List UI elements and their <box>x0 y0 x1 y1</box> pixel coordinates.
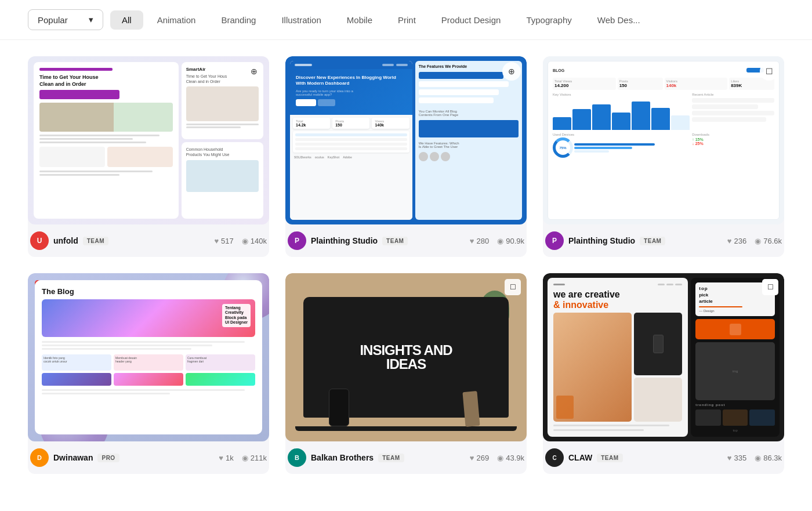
likes-count: 1k <box>226 454 234 462</box>
views-count: 90.9k <box>506 237 524 245</box>
card-claw-footer: C CLAW TEAM ♥ 335 ◉ 86.3k <box>543 441 784 474</box>
likes-stat: ♥ 236 <box>727 237 746 245</box>
author-name: Plainthing Studio <box>311 236 378 245</box>
author-badge: TEAM <box>378 454 404 462</box>
card-unfold-image: Time to Get Your HouseClean and in Order <box>28 56 269 224</box>
card-claw-image: we are creative& innovative <box>543 273 784 441</box>
views-stat: ◉ 76.6k <box>755 237 782 245</box>
tab-branding[interactable]: Branding <box>209 10 267 30</box>
card-plainthing-1-image: Discover New Experiences In Blogging Wor… <box>285 56 527 224</box>
avatar: U <box>30 231 49 250</box>
card-unfold[interactable]: Time to Get Your HouseClean and in Order <box>28 56 269 257</box>
eye-icon: ◉ <box>497 237 503 245</box>
heart-icon: ♥ <box>470 237 474 245</box>
likes-count: 517 <box>221 237 234 245</box>
eye-icon: ◉ <box>497 454 503 462</box>
tab-all[interactable]: All <box>110 10 143 30</box>
likes-count: 335 <box>734 454 746 462</box>
eye-icon: ◉ <box>755 454 761 462</box>
card-stats: ♥ 1k ◉ 211k <box>219 454 267 462</box>
avatar: B <box>288 448 306 467</box>
card-claw[interactable]: we are creative& innovative <box>543 273 784 474</box>
heart-icon: ♥ <box>727 237 732 245</box>
tab-illustration[interactable]: Illustration <box>270 10 332 30</box>
views-count: 76.6k <box>763 237 782 245</box>
author-name: CLAW <box>568 453 592 462</box>
card-plainthing-1-footer: P Plainthing Studio TEAM ♥ 280 ◉ 90.9k <box>285 224 527 257</box>
views-stat: ◉ 86.3k <box>755 454 782 462</box>
avatar: P <box>288 231 306 250</box>
avatar: P <box>545 231 564 250</box>
bookmark-icon[interactable]: ⊕ <box>245 62 263 81</box>
filter-tabs: All Animation Branding Illustration Mobi… <box>110 10 784 30</box>
card-balkan[interactable]: INSIGHTS ANDIDEAS ☐ B Balkan Brothers TE… <box>285 273 527 474</box>
views-stat: ◉ 43.9k <box>497 454 524 462</box>
avatar: C <box>545 448 564 467</box>
bookmark-icon[interactable]: ☐ <box>760 62 778 81</box>
card-unfold-footer: U unfold TEAM ♥ 517 ◉ 140k <box>28 224 269 257</box>
bookmark-icon[interactable]: ☐ <box>762 279 778 295</box>
author-badge: TEAM <box>83 237 108 245</box>
likes-count: 236 <box>734 237 746 245</box>
sort-label: Popular <box>38 15 68 25</box>
likes-stat: ♥ 335 <box>727 454 746 462</box>
views-stat: ◉ 90.9k <box>497 237 524 245</box>
heart-icon: ♥ <box>470 454 474 462</box>
bookmark-icon[interactable]: ☐ <box>505 279 521 295</box>
views-count: 43.9k <box>506 454 524 462</box>
views-stat: ◉ 140k <box>242 237 267 245</box>
tab-product-design[interactable]: Product Design <box>430 10 513 30</box>
top-navigation: Popular ▾ All Animation Branding Illustr… <box>0 0 812 40</box>
card-stats: ♥ 280 ◉ 90.9k <box>470 237 524 245</box>
views-stat: ◉ 211k <box>242 454 267 462</box>
tab-print[interactable]: Print <box>386 10 427 30</box>
tab-mobile[interactable]: Mobile <box>335 10 384 30</box>
card-dwinawan-image: The Blog TentangCreativityBlock padaUI D… <box>28 273 269 441</box>
likes-count: 269 <box>476 454 489 462</box>
author-name: Balkan Brothers <box>311 453 374 462</box>
card-stats: ♥ 335 ◉ 86.3k <box>727 454 782 462</box>
tab-typography[interactable]: Typography <box>514 10 583 30</box>
card-balkan-image: INSIGHTS ANDIDEAS ☐ <box>285 273 527 441</box>
heart-icon: ♥ <box>214 237 219 245</box>
card-dwinawan[interactable]: The Blog TentangCreativityBlock padaUI D… <box>28 273 269 474</box>
card-plainthing-2[interactable]: BLOG Total Views 14.200 Posts 150 <box>543 56 784 257</box>
card-dwinawan-footer: D Dwinawan PRO ♥ 1k ◉ 211k <box>28 441 269 474</box>
eye-icon: ◉ <box>242 237 248 245</box>
views-count: 86.3k <box>763 454 782 462</box>
views-count: 140k <box>251 237 267 245</box>
likes-stat: ♥ 1k <box>219 454 233 462</box>
card-balkan-footer: B Balkan Brothers TEAM ♥ 269 ◉ 43.9k <box>285 441 527 474</box>
eye-icon: ◉ <box>755 237 761 245</box>
author-badge: TEAM <box>382 237 408 245</box>
author-name: Plainthing Studio <box>568 236 635 245</box>
card-stats: ♥ 269 ◉ 43.9k <box>470 454 524 462</box>
author-badge: TEAM <box>640 237 665 245</box>
card-plainthing-1[interactable]: Discover New Experiences In Blogging Wor… <box>285 56 527 257</box>
likes-stat: ♥ 269 <box>470 454 489 462</box>
likes-stat: ♥ 517 <box>214 237 233 245</box>
author-name: Dwinawan <box>53 453 93 462</box>
card-stats: ♥ 517 ◉ 140k <box>214 237 267 245</box>
author-badge: TEAM <box>597 454 622 462</box>
cards-grid: Time to Get Your HouseClean and in Order <box>0 40 812 490</box>
views-count: 211k <box>251 454 267 462</box>
heart-icon: ♥ <box>727 454 732 462</box>
author-badge: PRO <box>97 454 119 462</box>
bookmark-icon[interactable]: ⊕ <box>502 62 521 81</box>
tab-web-design[interactable]: Web Des... <box>586 10 652 30</box>
card-plainthing-2-footer: P Plainthing Studio TEAM ♥ 236 ◉ 76.6k <box>543 224 784 257</box>
card-plainthing-2-image: BLOG Total Views 14.200 Posts 150 <box>543 56 784 224</box>
tab-animation[interactable]: Animation <box>146 10 208 30</box>
author-name: unfold <box>53 236 78 245</box>
card-stats: ♥ 236 ◉ 76.6k <box>727 237 782 245</box>
likes-count: 280 <box>476 237 489 245</box>
likes-stat: ♥ 280 <box>470 237 489 245</box>
sort-dropdown[interactable]: Popular ▾ <box>28 9 103 30</box>
avatar: D <box>30 448 49 467</box>
eye-icon: ◉ <box>242 454 248 462</box>
heart-icon: ♥ <box>219 454 223 462</box>
chevron-down-icon: ▾ <box>89 15 93 25</box>
